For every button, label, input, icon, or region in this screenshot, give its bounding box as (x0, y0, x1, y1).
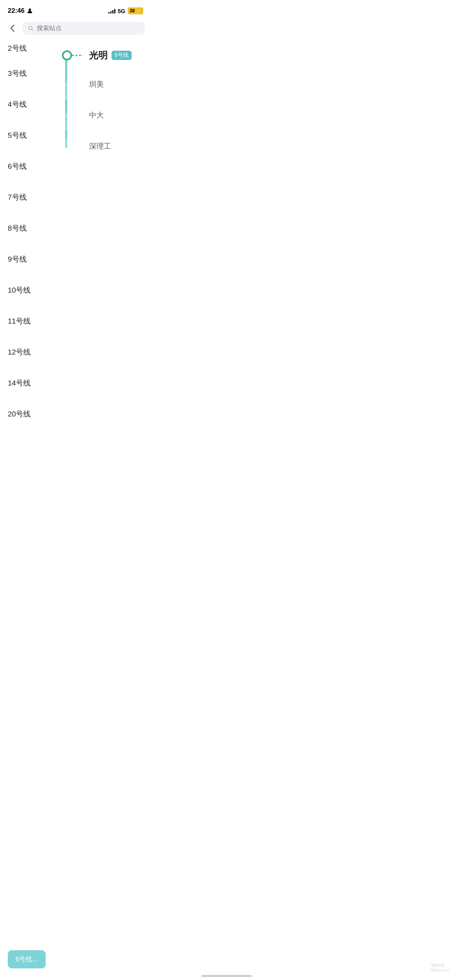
line4-label: 4号线 (8, 99, 27, 110)
top-station-name: 光明 (89, 49, 108, 62)
sidebar-item-line4[interactable]: 4号线 (0, 89, 46, 120)
sidebar-item-line9[interactable]: 9号线 (0, 244, 46, 275)
line8-label: 8号线 (8, 223, 27, 233)
time-display: 22:46 (8, 7, 24, 15)
sidebar-item-line12[interactable]: 12号线 (0, 337, 46, 368)
line14-label: 14号线 (8, 378, 31, 388)
top-station-dash (72, 55, 83, 56)
line7-label: 7号线 (8, 192, 27, 202)
track-arrow-3: ▼ (64, 139, 69, 144)
line-sidebar: 2号线 3号线 4号线 5号线 6号线 7号线 8号线 9号线 10号线 11号… (0, 39, 46, 430)
sidebar-item-line11[interactable]: 11号线 (0, 306, 46, 337)
line-badge: 6号线 (112, 51, 132, 60)
person-icon (27, 8, 33, 14)
sidebar-item-line8[interactable]: 8号线 (0, 213, 46, 244)
top-station-row: 光明 6号线 (46, 42, 151, 69)
search-bar (0, 19, 151, 39)
main-layout: 2号线 3号线 4号线 5号线 6号线 7号线 8号线 9号线 10号线 11号… (0, 39, 151, 430)
top-station-info: 光明 6号线 (89, 49, 132, 62)
sidebar-item-line14[interactable]: 14号线 (0, 368, 46, 399)
sidebar-item-line3[interactable]: 3号线 (0, 58, 46, 89)
search-input-wrapper[interactable] (22, 22, 145, 35)
search-input[interactable] (37, 25, 139, 32)
track-arrow-2: ▼ (64, 113, 69, 118)
sidebar-item-line7[interactable]: 7号线 (0, 182, 46, 213)
line3-label: 3号线 (8, 69, 27, 79)
station-name-zhenmei: 圳美 (89, 79, 104, 89)
status-time: 22:46 (8, 7, 33, 15)
station-name-zhongda: 中大 (89, 110, 104, 120)
station-name-shenligong: 深理工 (89, 141, 111, 151)
sidebar-item-line10[interactable]: 10号线 (0, 275, 46, 306)
line5-label: 5号线 (8, 130, 27, 140)
track-arrow-1: ▼ (64, 82, 69, 87)
signal-bars (108, 8, 115, 14)
network-label: 5G (118, 8, 125, 14)
back-button[interactable] (6, 22, 19, 34)
station-area: 光明 6号线 ▼ 圳美 ▼ 中大 ▼ 深理工 (46, 39, 151, 430)
station-row-zhenmei[interactable]: ▼ 圳美 (46, 69, 151, 100)
status-right: 5G 39 ⚡ (108, 7, 143, 14)
top-station-dot (62, 50, 72, 60)
line12-label: 12号线 (8, 347, 31, 357)
line2-label: 2号线 (8, 43, 27, 53)
sidebar-item-line20[interactable]: 20号线 (0, 399, 46, 430)
line11-label: 11号线 (8, 316, 31, 326)
battery-indicator: 39 ⚡ (128, 7, 143, 14)
status-bar: 22:46 5G 39 ⚡ (0, 0, 151, 19)
line6-label: 6号线 (8, 161, 27, 171)
line9-label: 9号线 (8, 254, 27, 264)
sidebar-item-line5[interactable]: 5号线 (0, 120, 46, 151)
line20-label: 20号线 (8, 409, 31, 419)
battery-bolt: ⚡ (136, 8, 141, 14)
station-row-shenligo[interactable]: ▼ 深理工 (46, 131, 151, 162)
line10-label: 10号线 (8, 285, 31, 295)
sidebar-item-line2-partial[interactable]: 2号线 (0, 39, 46, 58)
battery-level: 39 (130, 8, 135, 14)
search-icon (28, 25, 34, 31)
sidebar-item-line6[interactable]: 6号线 (0, 151, 46, 182)
svg-point-0 (29, 9, 31, 11)
station-row-zhongda[interactable]: ▼ 中大 (46, 100, 151, 131)
